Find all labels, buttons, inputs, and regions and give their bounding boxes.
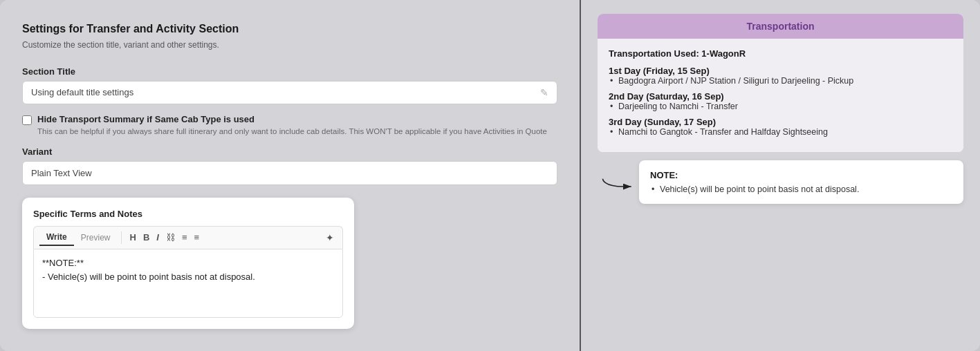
unordered-list-icon[interactable]: ≡ bbox=[190, 231, 203, 244]
day-3-item: Namchi to Gangtok - Transfer and Halfday… bbox=[618, 127, 952, 137]
transport-used: Transportation Used: 1-WagonR bbox=[609, 48, 952, 59]
editor-body[interactable]: **NOTE:** - Vehicle(s) will be point to … bbox=[33, 249, 343, 318]
note-section: NOTE: Vehicle(s) will be point to point … bbox=[598, 160, 963, 204]
settings-subtitle: Customize the section title, variant and… bbox=[22, 39, 557, 51]
left-panel: Settings for Transfer and Activity Secti… bbox=[0, 0, 581, 351]
plus-icon[interactable]: ✦ bbox=[323, 231, 337, 245]
toolbar-divider bbox=[121, 231, 122, 244]
transport-header-title: Transportation bbox=[609, 21, 952, 32]
transport-card: Transportation Transportation Used: 1-Wa… bbox=[598, 14, 963, 152]
hide-transport-row: Hide Transport Summary if Same Cab Type … bbox=[22, 114, 557, 137]
day-entry-3: 3rd Day (Sunday, 17 Sep) Namchi to Gangt… bbox=[609, 117, 952, 137]
variant-label: Variant bbox=[22, 146, 557, 157]
note-card-item: Vehicle(s) will be point to point basis … bbox=[660, 184, 952, 194]
day-entry-1: 1st Day (Friday, 15 Sep) Bagdogra Airpor… bbox=[609, 66, 952, 86]
right-panel: Transportation Transportation Used: 1-Wa… bbox=[581, 0, 980, 351]
notes-card-title: Specific Terms and Notes bbox=[33, 209, 343, 219]
checkbox-label-group: Hide Transport Summary if Same Cab Type … bbox=[37, 114, 547, 137]
note-card: NOTE: Vehicle(s) will be point to point … bbox=[639, 160, 963, 204]
section-title-input[interactable] bbox=[31, 87, 540, 97]
settings-title: Settings for Transfer and Activity Secti… bbox=[22, 22, 557, 37]
note-card-title: NOTE: bbox=[650, 170, 952, 180]
day-entry-2: 2nd Day (Saturday, 16 Sep) Darjeeling to… bbox=[609, 91, 952, 111]
arrow-container bbox=[598, 160, 639, 200]
bold-button[interactable]: B bbox=[140, 231, 153, 243]
day-1-title: 1st Day (Friday, 15 Sep) bbox=[609, 66, 952, 76]
main-container: Settings for Transfer and Activity Secti… bbox=[0, 0, 980, 351]
settings-body: Section Title ✎ Hide Transport Summary i… bbox=[22, 66, 557, 329]
variant-select[interactable]: Plain Text View bbox=[22, 161, 557, 185]
section-title-input-row: ✎ bbox=[22, 81, 557, 104]
heading-button[interactable]: H bbox=[126, 231, 139, 243]
italic-button[interactable]: I bbox=[153, 231, 163, 243]
transport-body: Transportation Used: 1-WagonR 1st Day (F… bbox=[598, 39, 963, 152]
day-2-item: Darjeeling to Namchi - Transfer bbox=[618, 102, 952, 111]
hide-transport-label: Hide Transport Summary if Same Cab Type … bbox=[37, 114, 547, 124]
hide-transport-checkbox[interactable] bbox=[22, 115, 32, 125]
section-title-label: Section Title bbox=[22, 66, 557, 77]
link-icon[interactable]: ⛓ bbox=[163, 231, 178, 244]
day-3-title: 3rd Day (Sunday, 17 Sep) bbox=[609, 117, 952, 127]
edit-icon[interactable]: ✎ bbox=[540, 87, 548, 98]
editor-toolbar: Write Preview H B I ⛓ ≡ ≡ ✦ bbox=[33, 226, 343, 249]
tab-preview[interactable]: Preview bbox=[74, 230, 118, 245]
editor-line2: - Vehicle(s) will be point to point basi… bbox=[42, 270, 334, 285]
transport-header: Transportation bbox=[598, 14, 963, 39]
notes-card: Specific Terms and Notes Write Preview H… bbox=[22, 198, 354, 329]
settings-header: Settings for Transfer and Activity Secti… bbox=[22, 22, 557, 51]
settings-left-col: Section Title ✎ Hide Transport Summary i… bbox=[22, 66, 557, 329]
day-2-title: 2nd Day (Saturday, 16 Sep) bbox=[609, 91, 952, 102]
day-1-item: Bagdogra Airport / NJP Station / Siligur… bbox=[618, 76, 952, 86]
tab-write[interactable]: Write bbox=[39, 229, 74, 246]
hide-transport-desc: This can be helpful if you always share … bbox=[37, 126, 547, 137]
ordered-list-icon[interactable]: ≡ bbox=[178, 231, 191, 244]
arrow-icon bbox=[598, 173, 639, 200]
editor-line1: **NOTE:** bbox=[42, 256, 334, 271]
